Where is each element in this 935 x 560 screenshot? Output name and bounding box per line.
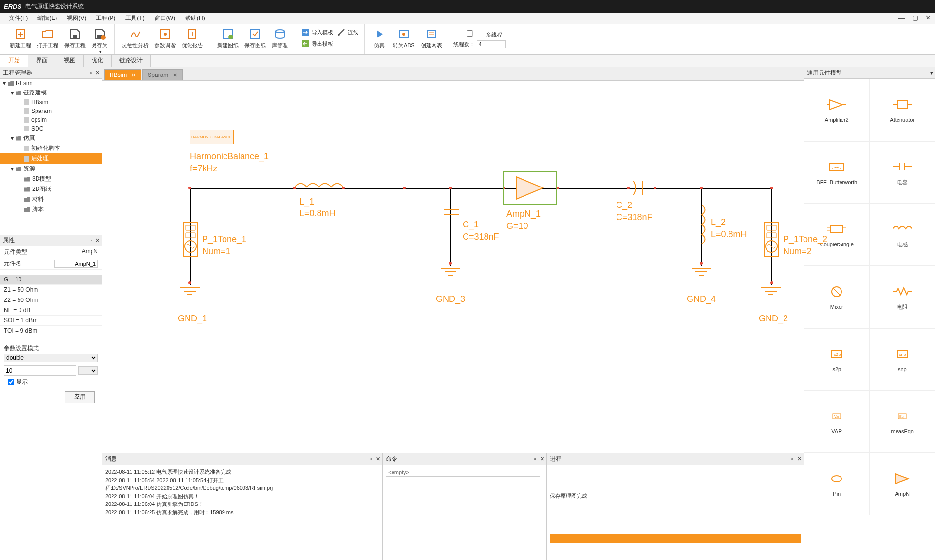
tab-start[interactable]: 开始 xyxy=(0,54,28,67)
tree-item[interactable]: HBsim xyxy=(0,98,102,107)
save-as-button[interactable]: 另存为 xyxy=(89,26,111,55)
panel-float-icon[interactable]: ▫ xyxy=(791,456,793,462)
panel-close-icon[interactable]: ✕ xyxy=(797,456,802,462)
param-value-input[interactable] xyxy=(4,365,76,376)
panel-close-icon[interactable]: ✕ xyxy=(95,70,100,76)
component-Amplifier2[interactable]: Amplifier2 xyxy=(804,79,870,141)
menu-edit[interactable]: 编辑(E) xyxy=(33,14,62,22)
menu-help[interactable]: 帮助(H) xyxy=(180,14,210,22)
menu-tools[interactable]: 工具(T) xyxy=(120,14,149,22)
lib-manage-button[interactable]: 库管理 xyxy=(269,26,291,50)
doc-tab-hbsim[interactable]: HBsim✕ xyxy=(104,69,141,80)
save-sheet-button[interactable]: 保存图纸 xyxy=(242,26,269,50)
tab-close-icon[interactable]: ✕ xyxy=(173,72,177,78)
amp-block[interactable] xyxy=(503,171,557,205)
gnd4-icon[interactable] xyxy=(692,266,711,278)
inductor-l1-icon[interactable] xyxy=(295,180,343,189)
component-BPF_Butterworth[interactable]: BPF_Butterworth xyxy=(804,141,870,204)
minimize-icon[interactable]: — xyxy=(898,14,905,21)
menu-project[interactable]: 工程(P) xyxy=(91,14,120,22)
panel-float-icon[interactable]: ▫ xyxy=(90,70,92,76)
gnd3-icon[interactable] xyxy=(441,266,460,278)
capacitor-c1-icon[interactable] xyxy=(444,205,459,220)
property-row[interactable]: Z2 = 50 Ohm xyxy=(0,295,102,305)
property-row[interactable]: NF = 0 dB xyxy=(0,305,102,316)
new-project-button[interactable]: 新建工程 xyxy=(7,26,34,50)
panel-close-icon[interactable]: ✕ xyxy=(540,456,544,462)
component-电阻[interactable]: 电阻 xyxy=(870,266,935,328)
apply-button[interactable]: 应用 xyxy=(65,391,95,403)
component-snp[interactable]: snpsnp xyxy=(870,328,935,391)
export-template-button[interactable]: 导出模板 xyxy=(299,38,335,49)
tree-item[interactable]: 2D图纸 xyxy=(0,184,102,194)
show-checkbox[interactable] xyxy=(8,379,14,385)
component-电容[interactable]: 电容 xyxy=(870,141,935,204)
property-row[interactable]: G = 10 xyxy=(0,275,102,285)
tree-item[interactable]: 材料 xyxy=(0,194,102,205)
netlist-button[interactable]: 创建网表 xyxy=(418,26,445,50)
tree-item[interactable]: 后处理 xyxy=(0,153,102,164)
tree-item[interactable]: 脚本 xyxy=(0,205,102,215)
gnd2-icon[interactable] xyxy=(761,285,781,298)
tab-view[interactable]: 视图 xyxy=(56,54,84,67)
save-project-button[interactable]: 保存工程 xyxy=(61,26,89,50)
tab-interface[interactable]: 界面 xyxy=(28,54,56,67)
property-row[interactable]: SOI = 1 dBm xyxy=(0,316,102,326)
tree-item[interactable]: 初始化脚本 xyxy=(0,143,102,153)
tree-item[interactable]: 3D模型 xyxy=(0,174,102,184)
to-ads-button[interactable]: 转为ADS xyxy=(390,26,418,50)
component-measEqn[interactable]: EqnmeasEqn xyxy=(870,391,935,453)
tab-optimize[interactable]: 优化 xyxy=(83,54,112,67)
inductor-l2-icon[interactable] xyxy=(695,205,708,244)
panel-float-icon[interactable]: ▫ xyxy=(90,237,92,243)
tree-item[interactable]: Sparam xyxy=(0,107,102,115)
panel-float-icon[interactable]: ▫ xyxy=(370,456,372,462)
tree-item[interactable]: ▾资源 xyxy=(0,164,102,174)
tree-item[interactable]: SDC xyxy=(0,124,102,133)
component-电感[interactable]: 电感 xyxy=(870,204,935,266)
maximize-icon[interactable]: ▢ xyxy=(912,14,918,21)
new-sheet-button[interactable]: 新建图纸 xyxy=(214,26,242,50)
tab-close-icon[interactable]: ✕ xyxy=(131,72,136,78)
menu-file[interactable]: 文件(F) xyxy=(4,14,33,22)
panel-float-icon[interactable]: ▫ xyxy=(534,456,536,462)
source-p1-icon[interactable] xyxy=(183,222,198,257)
project-tree[interactable]: ▾RFsim▾链路建模HBsimSparamopsimSDC▾仿真初始化脚本后处… xyxy=(0,79,102,235)
param-mode-select[interactable]: double xyxy=(4,354,98,362)
dropdown-icon[interactable]: ▾ xyxy=(930,70,933,76)
doc-tab-sparam[interactable]: Sparam✕ xyxy=(142,69,183,80)
opt-report-button[interactable]: T优化报告 xyxy=(179,26,206,50)
component-VAR[interactable]: VarVAR xyxy=(804,391,870,453)
command-input[interactable] xyxy=(386,468,540,477)
tree-item[interactable]: ▾链路建模 xyxy=(0,88,102,98)
tree-item[interactable]: ▾RFsim xyxy=(0,79,102,88)
capacitor-c2-icon[interactable] xyxy=(631,181,650,195)
simulate-button[interactable]: 仿真 xyxy=(369,26,390,50)
thread-count-input[interactable] xyxy=(477,40,506,48)
open-project-button[interactable]: 打开工程 xyxy=(34,26,61,50)
component-Attenuator[interactable]: Attenuator xyxy=(870,79,935,141)
panel-close-icon[interactable]: ✕ xyxy=(95,237,100,243)
tree-item[interactable]: opsim xyxy=(0,115,102,124)
schematic-canvas[interactable]: HARMONIC BALANCE HarmonicBalance_1 f=7kH… xyxy=(102,81,804,453)
param-unit-select[interactable] xyxy=(78,366,98,375)
gnd1-icon[interactable] xyxy=(180,285,200,298)
tab-link-design[interactable]: 链路设计 xyxy=(111,54,151,67)
menu-view[interactable]: 视图(V) xyxy=(62,14,91,22)
component-Mixer[interactable]: Mixer xyxy=(804,266,870,328)
param-tune-button[interactable]: 参数调谐 xyxy=(151,26,179,50)
wire-button[interactable]: 连线 xyxy=(335,27,360,37)
property-row[interactable]: TOI = 9 dBm xyxy=(0,326,102,336)
multithread-check[interactable]: 多线程 xyxy=(453,30,506,38)
tree-item[interactable]: ▾仿真 xyxy=(0,133,102,143)
hb-block[interactable]: HARMONIC BALANCE xyxy=(190,130,234,144)
panel-close-icon[interactable]: ✕ xyxy=(376,456,380,462)
component-s2p[interactable]: s2ps2p xyxy=(804,328,870,391)
sensitivity-button[interactable]: 灵敏性分析 xyxy=(119,26,151,50)
close-icon[interactable]: ✕ xyxy=(925,14,931,21)
source-p2-icon[interactable] xyxy=(764,222,779,257)
menu-window[interactable]: 窗口(W) xyxy=(150,14,180,22)
component-AmpN[interactable]: AmpN xyxy=(870,453,935,515)
component-Pin[interactable]: Pin xyxy=(804,453,870,515)
property-row[interactable]: Z1 = 50 Ohm xyxy=(0,285,102,295)
